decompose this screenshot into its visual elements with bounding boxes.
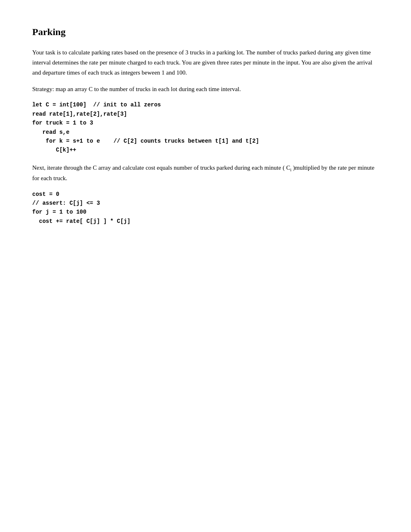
code-block-1: let C = int[100] // init to all zeros re… bbox=[32, 100, 379, 154]
intro-paragraph: Your task is to calculate parking rates … bbox=[32, 48, 379, 77]
code-block-2: cost = 0 // assert: C[j] <= 3 for j = 1 … bbox=[32, 190, 379, 226]
next-paragraph-prefix: Next, iterate through the C array and ca… bbox=[32, 164, 290, 171]
next-paragraph: Next, iterate through the C array and ca… bbox=[32, 163, 379, 183]
strategy-paragraph: Strategy: map an array C to the number o… bbox=[32, 84, 379, 94]
page-title: Parking bbox=[32, 24, 379, 39]
